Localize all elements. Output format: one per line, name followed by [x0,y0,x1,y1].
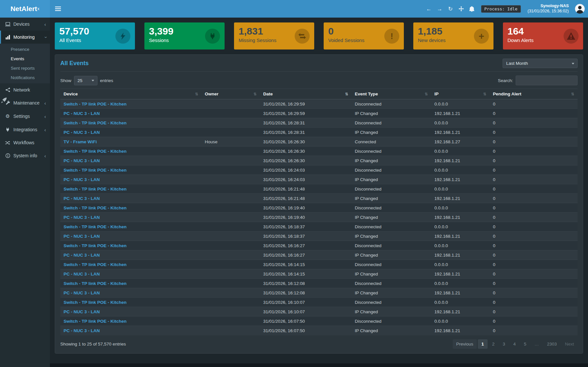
device-cell[interactable]: Switch - TP link POE - Kitchen [60,222,201,232]
device-link[interactable]: PC - NUC 3 - LAN [64,290,100,295]
page-button[interactable]: 4 [510,339,520,349]
device-link[interactable]: PC - NUC 3 - LAN [64,272,100,276]
stat-card[interactable]: 1,185 New devices + [413,22,493,49]
sidebar-item-settings[interactable]: ⚙ Settings ‹ [0,109,50,123]
sidebar-subitem-sent-reports[interactable]: Sent reports [0,64,50,73]
rocket-icon[interactable] [1,97,7,104]
device-cell[interactable]: Switch - TP link POE - Kitchen [60,99,201,109]
device-cell[interactable]: PC - NUC 3 - LAN [60,307,201,317]
device-cell[interactable]: PC - NUC 3 - LAN [60,213,201,222]
date-cell: 31/01/2026, 16:12:08 [260,288,352,298]
device-cell[interactable]: Switch - TP link POE - Kitchen [60,184,201,194]
refresh-icon[interactable]: ↻ [448,6,453,12]
page-button[interactable]: 3 [499,339,509,349]
device-link[interactable]: Switch - TP link POE - Kitchen [64,281,126,286]
device-cell[interactable]: Switch - TP link POE - Kitchen [60,260,201,269]
previous-page-button[interactable]: Previous [453,339,477,349]
page-length-select[interactable]: 25 [74,76,97,85]
device-link[interactable]: Switch - TP link POE - Kitchen [64,205,126,210]
column-header-pending-alert[interactable]: Pending Alert⇅ [490,89,578,99]
forward-arrow-icon[interactable]: → [437,6,443,12]
device-cell[interactable]: PC - NUC 3 - LAN [60,250,201,260]
monitoring-icon [5,35,10,39]
device-cell[interactable]: PC - NUC 3 - LAN [60,128,201,137]
device-link[interactable]: PC - NUC 3 - LAN [64,177,100,182]
device-cell[interactable]: PC - NUC 3 - LAN [60,109,201,118]
device-link[interactable]: TV - Frame WiFi [64,139,97,144]
sidebar-item-system-info[interactable]: System info ‹ [0,149,50,162]
device-cell[interactable]: Switch - TP link POE - Kitchen [60,147,201,156]
device-cell[interactable]: Switch - TP link POE - Kitchen [60,241,201,250]
column-header-ip[interactable]: IP⇅ [431,89,490,99]
device-link[interactable]: PC - NUC 3 - LAN [64,253,100,258]
back-arrow-icon[interactable]: ← [426,6,432,12]
device-cell[interactable]: PC - NUC 3 - LAN [60,269,201,279]
device-cell[interactable]: PC - NUC 3 - LAN [60,326,201,335]
device-link[interactable]: PC - NUC 3 - LAN [64,215,100,220]
device-link[interactable]: PC - NUC 3 - LAN [64,130,100,135]
device-cell[interactable]: Switch - TP link POE - Kitchen [60,317,201,326]
page-button[interactable]: 2 [489,339,498,349]
ip-cell: 0.0.0.0 [431,165,490,175]
sidebar-subitem-events[interactable]: Events [0,54,50,64]
stat-card[interactable]: 1,831 Missing Sessions [234,22,314,49]
event-type-cell: IP Changed [351,307,431,317]
page-button[interactable]: 1 [478,339,488,349]
device-link[interactable]: Switch - TP link POE - Kitchen [64,120,126,125]
move-icon[interactable] [458,6,464,11]
device-cell[interactable]: PC - NUC 3 - LAN [60,194,201,203]
app-logo[interactable]: NetAlertx [0,0,50,18]
device-link[interactable]: Switch - TP link POE - Kitchen [64,187,126,191]
device-link[interactable]: PC - NUC 3 - LAN [64,111,100,116]
device-cell[interactable]: PC - NUC 3 - LAN [60,232,201,241]
sidebar-subitem-presence[interactable]: Presence [0,45,50,54]
sidebar-item-network[interactable]: Network [0,83,50,96]
search-input[interactable] [516,76,578,85]
next-page-button[interactable]: Next [561,339,578,349]
device-link[interactable]: Switch - TP link POE - Kitchen [64,243,126,248]
sidebar-item-workflows[interactable]: Workflows [0,136,50,149]
sidebar-item-maintenance[interactable]: Maintenance ‹ [0,96,50,109]
device-link[interactable]: PC - NUC 3 - LAN [64,234,100,239]
device-link[interactable]: Switch - TP link POE - Kitchen [64,300,126,305]
ip-cell: 192.168.1.21 [431,213,490,222]
period-select[interactable]: Last Month [503,59,578,68]
device-cell[interactable]: PC - NUC 3 - LAN [60,288,201,298]
device-cell[interactable]: Switch - TP link POE - Kitchen [60,118,201,128]
user-avatar[interactable] [575,4,585,14]
device-cell[interactable]: PC - NUC 3 - LAN [60,156,201,165]
device-link[interactable]: Switch - TP link POE - Kitchen [64,319,126,324]
page-button[interactable]: 2303 [543,339,560,349]
device-link[interactable]: Switch - TP link POE - Kitchen [64,168,126,173]
device-link[interactable]: Switch - TP link POE - Kitchen [64,149,126,154]
device-link[interactable]: PC - NUC 3 - LAN [64,328,100,333]
bell-icon[interactable] [469,6,475,12]
panel-title: All Events [60,60,89,67]
device-link[interactable]: PC - NUC 3 - LAN [64,158,100,163]
stat-card[interactable]: 164 Down Alerts [503,22,583,49]
device-link[interactable]: PC - NUC 3 - LAN [64,196,100,201]
device-cell[interactable]: Switch - TP link POE - Kitchen [60,279,201,288]
device-link[interactable]: Switch - TP link POE - Kitchen [64,102,126,106]
device-cell[interactable]: Switch - TP link POE - Kitchen [60,203,201,213]
sidebar-subitem-notifications[interactable]: Notifications [0,73,50,82]
column-header-owner[interactable]: Owner⇅ [201,89,260,99]
device-cell[interactable]: PC - NUC 3 - LAN [60,175,201,184]
device-cell[interactable]: Switch - TP link POE - Kitchen [60,165,201,175]
device-link[interactable]: Switch - TP link POE - Kitchen [64,224,126,229]
page-button[interactable]: 5 [520,339,530,349]
stat-card[interactable]: 3,399 Sessions [144,22,225,49]
stat-card[interactable]: 0 Voided Sessions ! [324,22,404,49]
column-header-device[interactable]: Device⇅ [60,89,201,99]
sidebar-item-devices[interactable]: Devices ‹ [0,18,50,31]
device-link[interactable]: Switch - TP link POE - Kitchen [64,262,126,267]
device-cell[interactable]: TV - Frame WiFi [60,137,201,147]
sidebar-item-integrations[interactable]: Integrations ‹ [0,123,50,136]
device-link[interactable]: PC - NUC 3 - LAN [64,309,100,314]
stat-card[interactable]: 57,570 All Events [55,22,135,49]
sidebar-item-monitoring[interactable]: Monitoring ‹ [0,31,50,44]
device-cell[interactable]: Switch - TP link POE - Kitchen [60,298,201,307]
hamburger-menu-icon[interactable] [55,7,61,11]
column-header-event-type[interactable]: Event Type⇅ [351,89,431,99]
column-header-date[interactable]: Date⇅ [260,89,352,99]
